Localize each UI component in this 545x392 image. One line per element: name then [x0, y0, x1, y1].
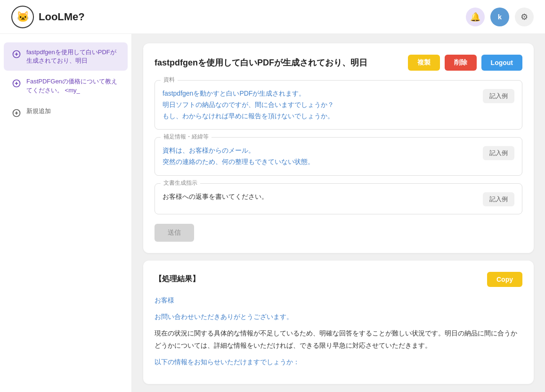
sidebar-item-1[interactable]: fastpdfgenを使用して白いPDFが生成されており、明日	[4, 42, 128, 71]
main-layout: fastpdfgenを使用して白いPDFが生成されており、明日 FastPDFG…	[0, 34, 545, 392]
user-initial: k	[498, 13, 502, 21]
sidebar-item-new-icon	[11, 108, 22, 118]
logo-text: LooLMe?	[39, 11, 85, 23]
section-material-content: fastpdfgenを動かすと白いPDFが生成されます。 明日ソフトの納品なので…	[155, 81, 522, 129]
section-instruction: 文書生成指示 お客様への返事を書いてください。 記入例	[155, 183, 522, 214]
duplicate-button[interactable]: 複製	[408, 55, 440, 71]
section-supplement: 補足情報・経緯等 資料は、お客様からのメール。 突然の連絡のため、何の整理もでき…	[155, 137, 522, 176]
sidebar-item-new[interactable]: 新規追加	[4, 101, 128, 124]
form-card: fastpdfgenを使用して白いPDFが生成されており、明日 複製 削除 Lo…	[143, 43, 534, 253]
section-instruction-label: 文書生成指示	[161, 179, 200, 187]
gear-icon: ⚙	[521, 12, 528, 22]
result-salutation: お客様	[155, 296, 174, 304]
notification-button[interactable]: 🔔	[466, 8, 485, 26]
sidebar-item-2-icon	[11, 78, 22, 89]
section-material: 資料 fastpdfgenを動かすと白いPDFが生成されます。 明日ソフトの納品…	[155, 80, 522, 130]
sidebar: fastpdfgenを使用して白いPDFが生成されており、明日 FastPDFG…	[0, 34, 132, 392]
result-card: 【処理結果】 Copy お客様 お問い合わせいただきありがとうございます。 現在…	[143, 261, 534, 384]
section-supplement-content: 資料は、お客様からのメール。 突然の連絡のため、何の整理もできていない状態。 記…	[155, 138, 522, 175]
sidebar-item-2[interactable]: FastPDFGenの価格について教えてください。 <my_	[4, 72, 128, 100]
copy-button[interactable]: Copy	[487, 272, 522, 287]
user-avatar-button[interactable]: k	[490, 8, 509, 26]
sidebar-item-1-icon	[11, 49, 22, 59]
section-material-line-3: もし、わからなければ早めに報告を頂けないでしょうか。	[163, 112, 334, 120]
sidebar-item-new-label: 新規追加	[26, 107, 51, 115]
sidebar-item-1-label: fastpdfgenを使用して白いPDFが生成されており、明日	[26, 48, 120, 65]
send-button[interactable]: 送信	[155, 224, 194, 242]
result-body-line2: 以下の情報をお知らせいただけますでしょうか：	[155, 358, 300, 366]
section-material-example-button[interactable]: 記入例	[483, 89, 514, 103]
header-actions: 🔔 k ⚙	[466, 8, 534, 26]
section-material-line-2: 明日ソフトの納品なのですが、間に合いますでしょうか？	[163, 101, 334, 108]
result-header: 【処理結果】 Copy	[155, 272, 522, 287]
logout-button[interactable]: Logout	[481, 55, 522, 71]
logo-icon: 🐱	[11, 6, 34, 28]
card-header: fastpdfgenを使用して白いPDFが生成されており、明日 複製 削除 Lo…	[155, 55, 522, 71]
section-material-line-1: fastpdfgenを動かすと白いPDFが生成されます。	[163, 90, 305, 97]
result-greeting: お問い合わせいただきありがとうございます。	[155, 313, 293, 320]
delete-button[interactable]: 削除	[445, 55, 477, 71]
main-content: fastpdfgenを使用して白いPDFが生成されており、明日 複製 削除 Lo…	[132, 34, 545, 392]
sidebar-item-2-label: FastPDFGenの価格について教えてください。 <my_	[26, 77, 120, 94]
section-supplement-example-button[interactable]: 記入例	[483, 146, 514, 160]
section-instruction-content: お客様への返事を書いてください。 記入例	[155, 184, 522, 214]
section-supplement-label: 補足情報・経緯等	[161, 133, 211, 141]
settings-button[interactable]: ⚙	[515, 8, 534, 26]
bell-icon: 🔔	[470, 12, 480, 22]
logo: 🐱 LooLMe?	[11, 6, 85, 28]
card-actions: 複製 削除 Logout	[408, 55, 522, 71]
card-title: fastpdfgenを使用して白いPDFが生成されており、明日	[155, 57, 367, 68]
section-instruction-example-button[interactable]: 記入例	[483, 192, 514, 206]
section-supplement-text: 資料は、お客様からのメール。 突然の連絡のため、何の整理もできていない状態。	[163, 145, 478, 168]
result-title: 【処理結果】	[155, 274, 200, 284]
header: 🐱 LooLMe? 🔔 k ⚙	[0, 0, 545, 34]
section-supplement-line-2: 突然の連絡のため、何の整理もできていない状態。	[163, 158, 314, 165]
result-body: お客様 お問い合わせいただきありがとうございます。 現在の状況に関する具体的な情…	[155, 294, 522, 368]
section-supplement-line-1: 資料は、お客様からのメール。	[163, 147, 255, 154]
section-material-text: fastpdfgenを動かすと白いPDFが生成されます。 明日ソフトの納品なので…	[163, 88, 478, 122]
result-body-line1: 現在の状況に関する具体的な情報が不足しているため、明確な回答をすることが難しい状…	[155, 327, 522, 351]
section-instruction-text: お客様への返事を書いてください。	[163, 191, 478, 203]
section-instruction-line-1: お客様への返事を書いてください。	[163, 193, 268, 200]
section-material-label: 資料	[161, 76, 178, 84]
